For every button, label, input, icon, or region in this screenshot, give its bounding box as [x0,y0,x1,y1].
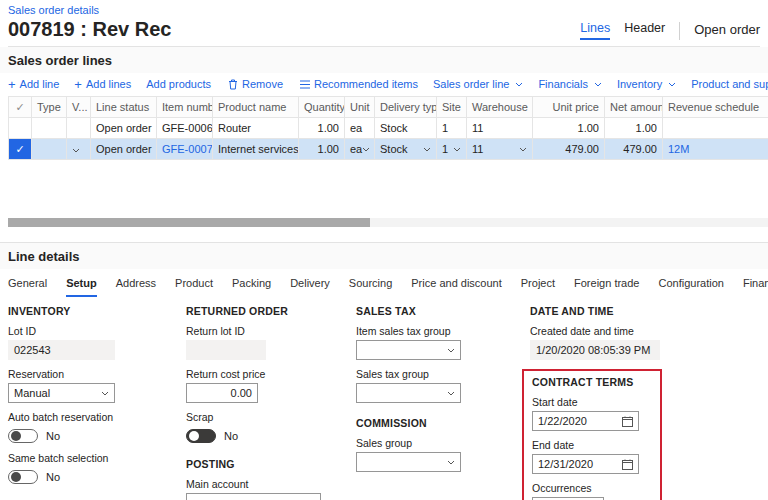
cell-line-status[interactable]: Open order [91,118,157,139]
tab-general[interactable]: General [8,269,47,297]
cell-type[interactable] [32,118,67,139]
col-header-type[interactable]: Type [32,97,67,118]
col-header-unit[interactable]: Unit [345,97,375,118]
cell-line-status[interactable]: Open order [91,139,157,160]
row-checkbox[interactable] [9,118,32,139]
add-products-label: Add products [146,78,211,90]
list-icon [300,80,310,89]
col-header-net-amount[interactable]: Net amount [605,97,663,118]
cell-site[interactable]: 1 [437,118,467,139]
item-sales-tax-group-select[interactable] [356,340,461,360]
remove-button[interactable]: Remove [226,78,283,90]
tab-delivery[interactable]: Delivery [290,269,330,297]
add-lines-button[interactable]: + Add lines [74,78,131,90]
add-products-button[interactable]: Add products [146,78,211,90]
cell-warehouse[interactable]: 11 [467,139,533,160]
calendar-icon[interactable] [622,459,633,470]
row-checkbox-selected[interactable]: ✓ [9,139,32,160]
cell-unit-price[interactable]: 479.00 [533,139,605,160]
grid-empty-area [0,160,768,218]
product-and-supply-menu[interactable]: Product and supply [691,78,768,90]
cell-product-name[interactable]: Router [213,118,299,139]
col-header-line-status[interactable]: Line status [91,97,157,118]
tab-setup[interactable]: Setup [66,269,97,297]
auto-batch-reservation-toggle[interactable]: No [8,428,173,444]
product-and-supply-label: Product and supply [691,78,768,90]
col-header-delivery-type[interactable]: Delivery type [375,97,437,118]
sales-group-select[interactable] [356,452,461,472]
tab-financial-dimensions[interactable]: Financial dimensions [743,269,768,297]
calendar-icon[interactable] [622,416,633,427]
reservation-select[interactable]: Manual [8,383,115,403]
created-date-time-field[interactable]: 1/20/2020 08:05:39 PM [530,340,660,360]
tab-project[interactable]: Project [521,269,555,297]
breadcrumb[interactable]: Sales order details [8,4,99,17]
add-line-button[interactable]: + Add line [8,78,59,90]
sales-tax-group-label: Sales tax group [356,368,462,380]
tab-address[interactable]: Address [116,269,156,297]
scrollbar-thumb[interactable] [8,218,370,227]
financials-menu[interactable]: Financials [538,78,602,90]
reservation-label: Reservation [8,368,173,380]
cell-item-number[interactable]: GFE-0006 [157,118,213,139]
cell-net-amount[interactable]: 1.00 [605,118,663,139]
tab-price-and-discount[interactable]: Price and discount [411,269,502,297]
tab-lines[interactable]: Lines [580,21,610,40]
line-details-section-title[interactable]: Line details [0,243,768,269]
tab-header[interactable]: Header [624,21,665,40]
col-header-quantity[interactable]: Quantity [299,97,345,118]
tab-packing[interactable]: Packing [232,269,271,297]
cell-v[interactable] [67,139,91,160]
tab-configuration[interactable]: Configuration [658,269,723,297]
cell-revenue-schedule[interactable]: 12M [663,139,768,160]
cell-unit[interactable]: ea [345,118,375,139]
inventory-heading: INVENTORY [8,305,173,317]
return-lot-id-field[interactable] [186,340,266,360]
cell-type[interactable] [32,139,67,160]
start-date-field[interactable]: 1/22/2020 [532,411,639,431]
cell-revenue-schedule[interactable] [663,118,768,139]
cell-quantity[interactable]: 1.00 [299,139,345,160]
lot-id-value: 022543 [14,344,51,356]
col-header-warehouse[interactable]: Warehouse [467,97,533,118]
cell-item-number[interactable]: GFE-0007 [157,139,213,160]
sales-order-line-menu[interactable]: Sales order line [433,78,523,90]
tab-sourcing[interactable]: Sourcing [349,269,392,297]
col-header-product-name[interactable]: Product name [213,97,299,118]
horizontal-scrollbar[interactable] [8,218,768,227]
cell-unit[interactable]: ea [345,139,375,160]
col-header-v[interactable]: V... [67,97,91,118]
select-all-checkbox[interactable]: ✓ [9,97,32,118]
chevron-down-icon [101,391,109,396]
tab-product[interactable]: Product [175,269,213,297]
cell-quantity[interactable]: 1.00 [299,118,345,139]
chevron-down-icon [594,82,602,87]
cell-unit-price[interactable]: 1.00 [533,118,605,139]
recommended-items-button[interactable]: Recommended items [298,78,418,90]
cell-v[interactable] [67,118,91,139]
scrap-toggle[interactable]: No [186,428,336,444]
end-date-field[interactable]: 12/31/2020 [532,454,639,474]
col-header-site[interactable]: Site [437,97,467,118]
cell-product-name[interactable]: Internet services [213,139,299,160]
cell-delivery-type[interactable]: Stock [375,118,437,139]
cell-warehouse[interactable]: 11 [467,118,533,139]
return-cost-price-field[interactable]: 0.00 [186,383,258,403]
lot-id-field[interactable]: 022543 [8,340,115,360]
tab-foreign-trade[interactable]: Foreign trade [574,269,639,297]
col-header-revenue-schedule[interactable]: Revenue schedule [663,97,768,118]
auto-batch-reservation-label: Auto batch reservation [8,411,173,423]
sales-order-lines-section-title[interactable]: Sales order lines [0,47,768,73]
sales-tax-group-select[interactable] [356,383,461,403]
main-account-select[interactable] [186,493,321,500]
date-and-time-heading: DATE AND TIME [530,305,664,317]
inventory-menu[interactable]: Inventory [617,78,676,90]
cell-delivery-type[interactable]: Stock [375,139,437,160]
chevron-down-icon [362,147,370,152]
cell-net-amount[interactable]: 479.00 [605,139,663,160]
toggle-switch [186,429,216,443]
same-batch-selection-toggle[interactable]: No [8,469,173,485]
cell-site[interactable]: 1 [437,139,467,160]
col-header-unit-price[interactable]: Unit price [533,97,605,118]
col-header-item-number[interactable]: Item number [157,97,213,118]
